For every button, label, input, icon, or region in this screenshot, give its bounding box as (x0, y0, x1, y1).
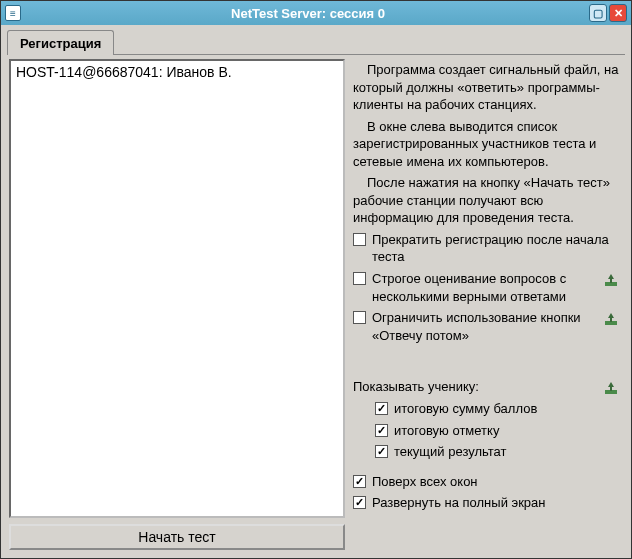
window-buttons: ▢ ✕ (589, 4, 627, 22)
description-p1: Программа создает сигнальный файл, на ко… (353, 61, 619, 114)
tab-registration[interactable]: Регистрация (7, 30, 114, 55)
checkbox-fullscreen[interactable] (353, 496, 366, 509)
opt-strict-grading: Строгое оценивание вопросов с нескольким… (353, 270, 619, 305)
label-on-top: Поверх всех окон (372, 473, 619, 491)
participants-listbox[interactable]: HOST-114@66687041: Иванов В. (9, 59, 345, 518)
label-show-current: текущий результат (394, 443, 619, 461)
label-strict-grading: Строгое оценивание вопросов с нескольким… (372, 270, 597, 305)
checkbox-stop-registration[interactable] (353, 233, 366, 246)
checkbox-show-grade[interactable] (375, 424, 388, 437)
client-area: Регистрация HOST-114@66687041: Иванов В.… (1, 25, 631, 558)
checkbox-strict-grading[interactable] (353, 272, 366, 285)
opt-fullscreen: Развернуть на полный экран (353, 494, 619, 512)
show-student-header-row: Показывать ученику: (353, 378, 619, 396)
label-stop-registration: Прекратить регистрацию после начала тест… (372, 231, 619, 266)
opt-show-grade: итоговую отметку (375, 422, 619, 440)
checkbox-show-total[interactable] (375, 402, 388, 415)
help-icon[interactable] (603, 380, 619, 396)
show-student-header: Показывать ученику: (353, 378, 597, 396)
help-icon[interactable] (603, 311, 619, 327)
description-p2: В окне слева выводится список зарегистри… (353, 118, 619, 171)
svg-rect-3 (610, 317, 612, 322)
checkbox-limit-later[interactable] (353, 311, 366, 324)
label-fullscreen: Развернуть на полный экран (372, 494, 619, 512)
opt-on-top: Поверх всех окон (353, 473, 619, 491)
right-column: Программа создает сигнальный файл, на ко… (351, 59, 623, 550)
svg-rect-1 (610, 278, 612, 283)
opt-stop-registration: Прекратить регистрацию после начала тест… (353, 231, 619, 266)
opt-show-current: текущий результат (375, 443, 619, 461)
label-limit-later: Ограничить использование кнопки «Отвечу … (372, 309, 597, 344)
close-button[interactable]: ✕ (609, 4, 627, 22)
system-menu-icon[interactable]: ≡ (5, 5, 21, 21)
list-item[interactable]: HOST-114@66687041: Иванов В. (16, 64, 338, 80)
svg-rect-5 (610, 386, 612, 391)
opt-limit-later: Ограничить использование кнопки «Отвечу … (353, 309, 619, 344)
checkbox-show-current[interactable] (375, 445, 388, 458)
window-title: NetTest Server: сессия 0 (27, 6, 589, 21)
start-test-button[interactable]: Начать тест (9, 524, 345, 550)
label-show-grade: итоговую отметку (394, 422, 619, 440)
content-area: HOST-114@66687041: Иванов В. Начать тест… (7, 55, 625, 552)
opt-show-total: итоговую сумму баллов (375, 400, 619, 418)
help-icon[interactable] (603, 272, 619, 288)
titlebar: ≡ NetTest Server: сессия 0 ▢ ✕ (1, 1, 631, 25)
app-window: ≡ NetTest Server: сессия 0 ▢ ✕ Регистрац… (0, 0, 632, 559)
tab-strip: Регистрация (7, 29, 625, 55)
checkbox-on-top[interactable] (353, 475, 366, 488)
left-column: HOST-114@66687041: Иванов В. Начать тест (9, 59, 345, 550)
label-show-total: итоговую сумму баллов (394, 400, 619, 418)
description-p3: После нажатия на кнопку «Начать тест» ра… (353, 174, 619, 227)
maximize-button[interactable]: ▢ (589, 4, 607, 22)
